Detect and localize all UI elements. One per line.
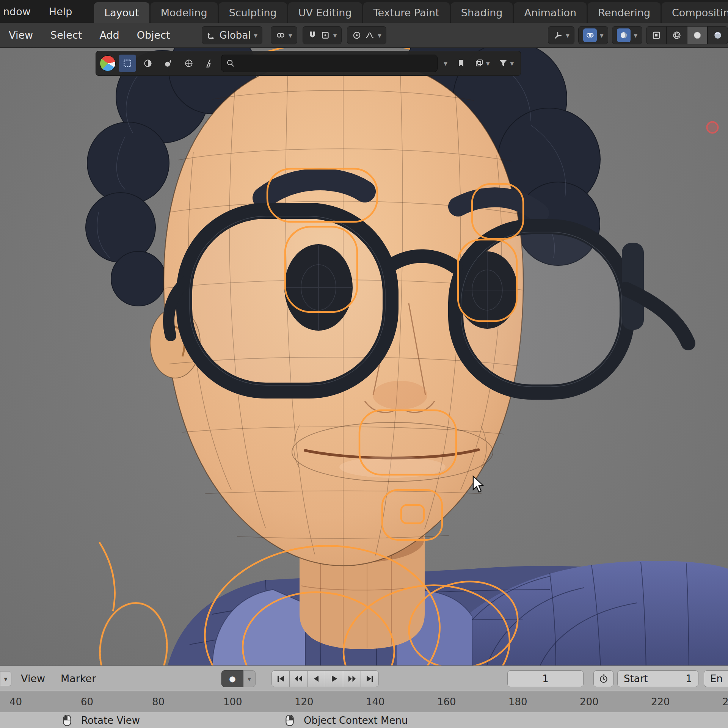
shading-dropdown[interactable]: ▾ bbox=[612, 26, 642, 44]
viewport-3d[interactable] bbox=[0, 0, 728, 728]
transform-orientation-icon bbox=[207, 30, 217, 40]
viewport-menu-select[interactable]: Select bbox=[42, 23, 91, 47]
tab-shading[interactable]: Shading bbox=[451, 2, 513, 23]
status-hint-rotate: Rotate View bbox=[81, 712, 140, 728]
ruler-frame-100: 100 bbox=[223, 696, 242, 708]
proportional-editing-icon bbox=[352, 30, 362, 40]
timeline-header: ▾ View Marker ● ▾ 1 Start 1 En bbox=[0, 665, 728, 691]
timeline-view-menu[interactable]: View bbox=[21, 666, 45, 691]
record-dot-icon: ● bbox=[229, 674, 235, 683]
next-keyframe-icon bbox=[347, 674, 357, 683]
tab-compositing[interactable]: Compositing bbox=[662, 2, 728, 23]
globe-icon bbox=[184, 58, 194, 68]
menu-help[interactable]: Help bbox=[40, 0, 82, 23]
current-frame-field[interactable]: 1 bbox=[507, 670, 584, 687]
transform-orientation-dropdown[interactable]: Global ▾ bbox=[202, 26, 263, 44]
record-indicator bbox=[707, 122, 718, 133]
jump-end-icon bbox=[365, 674, 375, 683]
play-reverse-button[interactable] bbox=[307, 670, 325, 687]
gizmo-icon bbox=[553, 30, 563, 40]
viewport-menu-object[interactable]: Object bbox=[128, 23, 179, 47]
auto-keying-dropdown[interactable]: ▾ bbox=[243, 670, 256, 687]
ruler-frame-40: 40 bbox=[9, 696, 22, 708]
chevron-down-icon: ▾ bbox=[510, 59, 514, 67]
viewport-header: ViewSelectAddObject Global ▾ ▾ ▾ ▾ ▾ bbox=[0, 23, 728, 48]
filter-type-dropdown[interactable]: ▾ bbox=[441, 55, 450, 72]
proportional-editing-dropdown[interactable]: ▾ bbox=[347, 26, 386, 44]
start-frame-field[interactable]: Start 1 bbox=[617, 670, 698, 687]
tab-modeling[interactable]: Modeling bbox=[151, 2, 218, 23]
magnet-icon bbox=[308, 30, 317, 40]
tab-rendering[interactable]: Rendering bbox=[588, 2, 661, 23]
shading-half-button[interactable] bbox=[139, 55, 157, 72]
ruler-frame-140: 140 bbox=[366, 696, 385, 708]
use-preview-range-button[interactable] bbox=[593, 670, 613, 687]
timeline-ruler[interactable]: 406080100120140160180200220240 bbox=[0, 691, 728, 712]
ruler-frame-180: 180 bbox=[508, 696, 527, 708]
viewport-menu-view[interactable]: View bbox=[0, 23, 42, 47]
jump-to-start-button[interactable] bbox=[271, 670, 290, 687]
chevron-down-icon: ▾ bbox=[444, 59, 447, 67]
display-mode-dropdown[interactable]: ▾ bbox=[472, 55, 493, 72]
tab-uv-editing[interactable]: UV Editing bbox=[288, 2, 362, 23]
broom-icon bbox=[204, 58, 214, 68]
cleanup-button[interactable] bbox=[201, 55, 218, 72]
next-keyframe-button[interactable] bbox=[343, 670, 361, 687]
ruler-frame-160: 160 bbox=[437, 696, 456, 708]
select-box-icon bbox=[122, 58, 132, 68]
overlays-dropdown[interactable]: ▾ bbox=[578, 26, 609, 44]
tool-header: ▾ ▾ ▾ bbox=[96, 51, 521, 76]
material-shading-button[interactable] bbox=[708, 26, 728, 44]
search-input[interactable] bbox=[238, 58, 433, 69]
search-box[interactable] bbox=[221, 55, 438, 72]
filter-dropdown[interactable]: ▾ bbox=[496, 55, 517, 72]
tab-texture-paint[interactable]: Texture Paint bbox=[363, 2, 450, 23]
ruler-frame-60: 60 bbox=[81, 696, 93, 708]
select-box-button[interactable] bbox=[119, 55, 136, 72]
chevron-down-icon: ▾ bbox=[566, 31, 570, 39]
ruler-frame-240: 240 bbox=[722, 696, 728, 708]
ruler-frame-120: 120 bbox=[295, 696, 314, 708]
workspace-tabs: LayoutModelingSculptingUV EditingTexture… bbox=[94, 2, 728, 23]
blender-window: ndow Help LayoutModelingSculptingUV Edit… bbox=[0, 0, 728, 728]
shading-sphere-icon bbox=[617, 28, 631, 42]
ruler-frame-220: 220 bbox=[651, 696, 670, 708]
material-sphere-icon bbox=[713, 30, 723, 40]
previous-keyframe-button[interactable] bbox=[289, 670, 308, 687]
timeline-marker-menu[interactable]: Marker bbox=[61, 666, 96, 691]
ruler-frame-80: 80 bbox=[152, 696, 165, 708]
chevron-down-icon: ▾ bbox=[378, 31, 381, 39]
play-reverse-icon bbox=[311, 674, 321, 683]
solid-shading-button[interactable] bbox=[687, 26, 708, 44]
start-frame-value: 1 bbox=[686, 673, 692, 684]
glasses-lens-right[interactable] bbox=[456, 227, 627, 392]
chevron-down-icon: ▾ bbox=[289, 31, 292, 39]
viewport-menu-add[interactable]: Add bbox=[91, 23, 128, 47]
editor-type-icon[interactable] bbox=[100, 55, 116, 71]
menu-window[interactable]: ndow bbox=[0, 0, 40, 23]
chevron-down-icon: ▾ bbox=[486, 59, 490, 67]
bookmark-icon bbox=[457, 59, 466, 68]
glasses-lens-left[interactable] bbox=[184, 211, 391, 391]
end-frame-field[interactable]: En bbox=[704, 670, 728, 687]
world-button[interactable] bbox=[180, 55, 198, 72]
layers-icon bbox=[475, 59, 484, 68]
wireframe-shading-button[interactable] bbox=[667, 26, 687, 44]
snap-target-dropdown[interactable]: ▾ bbox=[271, 26, 297, 44]
tab-sculpting[interactable]: Sculpting bbox=[219, 2, 287, 23]
auto-keying-button[interactable]: ● bbox=[221, 670, 243, 687]
prev-keyframe-icon bbox=[293, 674, 303, 683]
play-icon bbox=[329, 674, 339, 683]
tab-animation[interactable]: Animation bbox=[514, 2, 587, 23]
snapping-dropdown[interactable]: ▾ bbox=[303, 26, 342, 44]
jump-to-end-button[interactable] bbox=[361, 670, 379, 687]
gizmos-dropdown[interactable]: ▾ bbox=[548, 26, 574, 44]
texture-paint-button[interactable] bbox=[160, 55, 177, 72]
timeline-editor-type-dropdown[interactable]: ▾ bbox=[0, 671, 11, 686]
bookmark-button[interactable] bbox=[453, 55, 469, 72]
solid-sphere-icon bbox=[692, 30, 702, 40]
tab-layout[interactable]: Layout bbox=[94, 2, 149, 23]
play-button[interactable] bbox=[325, 670, 343, 687]
xray-toggle-button[interactable] bbox=[646, 26, 667, 44]
viewport-header-right: ▾ ▾ ▾ bbox=[548, 26, 728, 44]
